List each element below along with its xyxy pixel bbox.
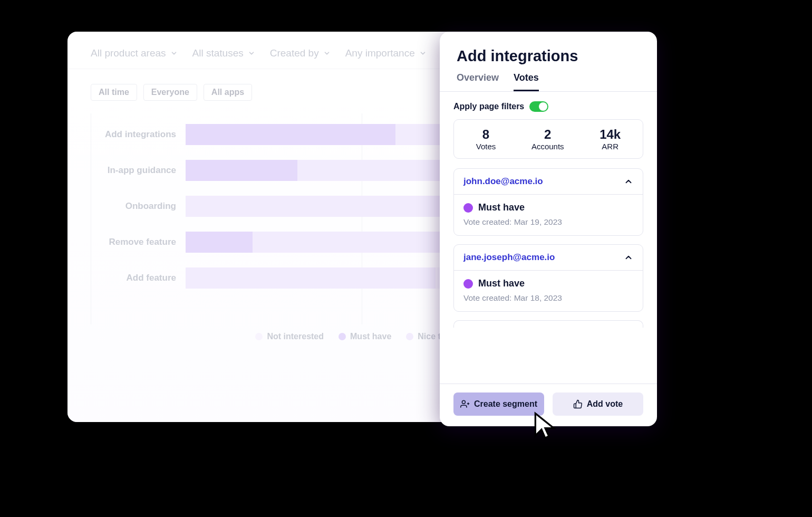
stat-votes: 8 Votes	[476, 127, 496, 151]
tab-votes[interactable]: Votes	[514, 72, 539, 91]
stat-arr: 14k ARR	[600, 127, 621, 151]
chart-row-label: Remove feature	[91, 237, 186, 247]
chevron-up-icon	[624, 177, 633, 186]
add-vote-button[interactable]: Add vote	[553, 392, 643, 416]
filter-label: All product areas	[91, 47, 166, 59]
vote-card: john.doe@acme.io Must have Vote created:…	[453, 168, 643, 236]
chevron-up-icon	[624, 253, 633, 262]
importance-dot-icon	[463, 279, 473, 289]
vote-card-header[interactable]: john.doe@acme.io	[454, 169, 643, 195]
panel-title: Add integrations	[457, 47, 640, 65]
tab-overview[interactable]: Overview	[457, 72, 499, 91]
side-panel: Add integrations Overview Votes Apply pa…	[440, 32, 657, 426]
voter-email: john.doe@acme.io	[463, 176, 543, 187]
chevron-down-icon	[419, 50, 427, 57]
panel-tabs: Overview Votes	[440, 65, 657, 92]
chart-row-label: In-app guidance	[91, 165, 186, 176]
vote-card: jane.joseph@acme.io Must have Vote creat…	[453, 244, 643, 312]
chevron-down-icon	[248, 50, 255, 57]
legend-item-not-interested: Not interested	[255, 332, 324, 341]
apply-page-filters-label: Apply page filters	[453, 102, 524, 111]
vote-created-date: Vote created: Mar 18, 2023	[463, 293, 633, 303]
user-plus-icon	[460, 399, 470, 409]
chevron-down-icon	[323, 50, 331, 57]
vote-importance: Must have	[463, 202, 633, 213]
filter-label: Any importance	[345, 47, 415, 59]
chart-row-label: Onboarding	[91, 201, 186, 212]
filter-importance[interactable]: Any importance	[345, 47, 427, 59]
thumbs-up-icon	[573, 399, 583, 409]
chevron-down-icon	[170, 50, 178, 57]
svg-point-0	[462, 400, 465, 404]
chart-row-label: Add integrations	[91, 129, 186, 140]
filter-label: Created by	[270, 47, 319, 59]
filter-label: All statuses	[192, 47, 244, 59]
chip-everyone[interactable]: Everyone	[143, 84, 197, 101]
vote-created-date: Vote created: Mar 19, 2023	[463, 217, 633, 227]
filter-created-by[interactable]: Created by	[270, 47, 331, 59]
filter-product-areas[interactable]: All product areas	[91, 47, 178, 59]
stat-accounts: 2 Accounts	[531, 127, 564, 151]
chip-all-time[interactable]: All time	[91, 84, 137, 101]
stats-card: 8 Votes 2 Accounts 14k ARR	[453, 119, 643, 159]
cursor-icon	[530, 409, 560, 442]
vote-importance: Must have	[463, 278, 633, 289]
importance-dot-icon	[463, 203, 473, 213]
vote-card-peek	[453, 320, 643, 328]
filter-statuses[interactable]: All statuses	[192, 47, 255, 59]
vote-card-header[interactable]: jane.joseph@acme.io	[454, 245, 643, 271]
chip-all-apps[interactable]: All apps	[204, 84, 252, 101]
voter-email: jane.joseph@acme.io	[463, 252, 555, 263]
chart-row-label: Add feature	[91, 273, 186, 283]
legend-item-must-have: Must have	[339, 332, 391, 341]
apply-page-filters-toggle[interactable]	[529, 101, 548, 112]
